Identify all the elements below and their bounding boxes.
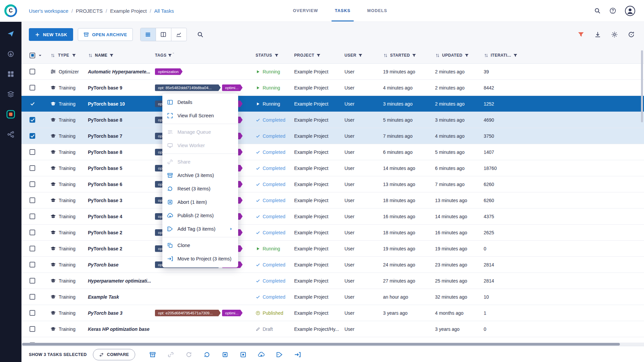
add-tag-action[interactable] — [276, 351, 283, 358]
tab-overview[interactable]: OVERVIEW — [286, 0, 325, 21]
row-checkbox[interactable] — [30, 262, 35, 267]
tag-chip[interactable]: optimization — [155, 68, 182, 75]
menu-item-abort-1-item[interactable]: Abort (1 item) — [162, 195, 238, 209]
search-icon[interactable] — [594, 7, 601, 14]
task-row[interactable]: TrainingPyTorch base 7opt: ...optimi...C… — [21, 128, 644, 144]
select-all-checkbox[interactable] — [30, 53, 35, 58]
task-row[interactable]: TrainingPyTorch base 2opt: ...optimi...C… — [21, 225, 644, 241]
vertical-scrollbar[interactable] — [641, 50, 643, 122]
sidebar-item-model-serving[interactable] — [4, 47, 17, 61]
task-row[interactable]: TrainingPyTorch base 8opt: ...optimi...C… — [21, 112, 644, 128]
row-checkbox[interactable] — [30, 230, 35, 235]
table-view-button[interactable] — [141, 28, 156, 41]
row-checkbox[interactable] — [30, 278, 35, 284]
filter-icon[interactable]: * — [168, 53, 172, 58]
tab-tasks[interactable]: TASKS — [328, 0, 357, 21]
filter-icon[interactable] — [274, 53, 279, 58]
menu-item-clone[interactable]: Clone — [162, 239, 238, 252]
task-row[interactable]: TrainingPyTorch base 6opt: ...optimi...C… — [21, 176, 644, 192]
breadcrumb-item-user-s-workspace[interactable]: User's workspace — [29, 8, 68, 14]
card-view-button[interactable] — [156, 28, 171, 41]
filter-icon[interactable] — [72, 53, 76, 58]
task-row[interactable]: TrainingExample TaskCompletedExample Pro… — [21, 289, 644, 305]
menu-item-reset-3-items[interactable]: Reset (3 items) — [162, 182, 238, 195]
tag-chip[interactable]: opt: 85e5482ddd7149b8ba04... — [155, 84, 221, 91]
compare-button[interactable]: COMPARE — [93, 349, 135, 360]
abort-action[interactable] — [222, 351, 228, 358]
task-row[interactable]: TrainingPyTorch base 3opt: ...optimi...C… — [21, 192, 644, 208]
row-checkbox[interactable] — [30, 181, 35, 187]
menu-item-details[interactable]: Details — [162, 96, 238, 109]
training-icon — [50, 133, 56, 139]
filter-icon[interactable] — [109, 53, 114, 58]
task-name: PyTorch base 3 — [88, 198, 122, 203]
row-checkbox[interactable] — [30, 294, 35, 300]
dequeue-action[interactable] — [240, 351, 247, 358]
row-checkbox[interactable] — [30, 214, 35, 219]
menu-item-publish-2-items[interactable]: Publish (2 items) — [162, 209, 238, 222]
filter-icon[interactable] — [513, 53, 518, 58]
tag-chip[interactable]: optimi... — [222, 310, 243, 316]
menu-item-move-to-project-3-items[interactable]: Move to Project (3 items) — [162, 252, 238, 265]
task-row[interactable]: TrainingPyTorch base 10opt: ...optimi...… — [21, 96, 644, 112]
task-row[interactable]: TrainingHyperparameter optimizati...Comp… — [21, 273, 644, 289]
sidebar-item-pipelines[interactable] — [4, 128, 17, 141]
tag-chip[interactable]: opt: e205d684f7954571a7309... — [155, 310, 221, 316]
sidebar-item-datasets[interactable] — [4, 87, 17, 101]
task-row[interactable]: TrainingPyTorch base 8opt: ...optimi...C… — [21, 144, 644, 160]
task-row[interactable]: OptimizerAutomatic Hyperparamete...optim… — [21, 64, 644, 80]
task-iteration: 4690 — [484, 117, 494, 123]
row-checkbox[interactable] — [30, 85, 35, 90]
move-to-project-action[interactable] — [294, 351, 301, 358]
row-checkbox[interactable] — [30, 101, 35, 107]
horizontal-scrollbar-thumb[interactable] — [22, 343, 620, 346]
row-checkbox[interactable] — [30, 165, 35, 171]
task-row[interactable]: TrainingPyTorch baseopt: ...optimi...Com… — [21, 257, 644, 273]
open-archive-button[interactable]: OPEN ARCHIVE — [78, 28, 132, 41]
sidebar-item-dashboard[interactable] — [4, 67, 17, 81]
row-checkbox[interactable] — [30, 133, 35, 139]
task-row[interactable]: TrainingPyTorch base 3opt: e205d684f7954… — [21, 305, 644, 321]
chart-view-button[interactable] — [171, 28, 186, 41]
tag-chip[interactable]: optimi... — [222, 84, 243, 91]
row-checkbox[interactable] — [30, 197, 35, 203]
filter-icon[interactable] — [316, 53, 321, 58]
breadcrumb-item-all-tasks[interactable]: All Tasks — [154, 8, 174, 14]
filter-icon[interactable] — [412, 53, 416, 58]
avatar-icon[interactable] — [625, 6, 635, 16]
row-checkbox[interactable] — [30, 246, 35, 251]
reset-action[interactable] — [204, 351, 210, 358]
row-checkbox[interactable] — [30, 69, 35, 74]
filter-icon[interactable] — [358, 53, 363, 58]
settings-icon[interactable] — [611, 31, 618, 38]
help-icon[interactable] — [609, 7, 616, 14]
task-row[interactable]: TrainingPyTorch base 4opt: ...optimi...C… — [21, 208, 644, 225]
filter-icon[interactable] — [578, 31, 584, 38]
filter-icon[interactable] — [465, 53, 469, 58]
task-row[interactable]: TrainingPyTorch base 5opt: ...optimi...C… — [21, 160, 644, 176]
row-checkbox[interactable] — [30, 149, 35, 155]
row-checkbox[interactable] — [30, 117, 35, 123]
horizontal-scrollbar[interactable] — [21, 343, 644, 346]
tab-models[interactable]: MODELS — [361, 0, 394, 21]
menu-item-view-full-screen[interactable]: View Full Screen — [162, 109, 238, 122]
download-icon[interactable] — [594, 31, 601, 38]
sidebar-item-projects[interactable] — [4, 108, 17, 121]
task-updated: 13 minutes ago — [435, 198, 467, 203]
row-checkbox[interactable] — [30, 310, 35, 316]
archive-action[interactable] — [149, 351, 156, 358]
task-row[interactable]: TrainingPyTorch base 2opt: ...optimi...R… — [21, 241, 644, 257]
task-row[interactable]: TrainingExample Experiment 2CompletedExa… — [21, 337, 644, 343]
publish-action[interactable] — [258, 351, 265, 358]
auto-refresh-icon[interactable] — [628, 31, 635, 38]
sidebar-item-getting-started[interactable] — [4, 27, 17, 41]
row-checkbox[interactable] — [30, 326, 35, 332]
task-row[interactable]: TrainingKeras HP optimization baseDraftE… — [21, 321, 644, 337]
new-task-button[interactable]: NEW TASK — [29, 28, 73, 41]
menu-item-add-tag-3-items[interactable]: Add Tag (3 items) — [162, 222, 238, 236]
app-logo[interactable]: C — [0, 4, 21, 17]
task-row[interactable]: TrainingPyTorch base 9opt: 85e5482ddd714… — [21, 80, 644, 96]
search-icon[interactable] — [197, 31, 204, 38]
cell-user: User — [344, 273, 383, 289]
menu-item-archive-3-items[interactable]: Archive (3 items) — [162, 169, 238, 182]
